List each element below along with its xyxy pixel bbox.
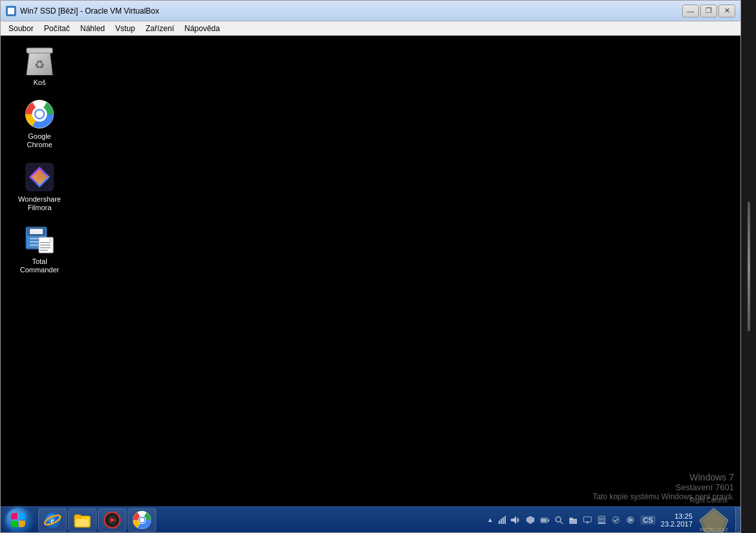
svg-marker-44	[526, 516, 534, 524]
svg-marker-43	[511, 516, 516, 524]
title-bar: Win7 SSD [Běží] - Oracle VM VirtualBox —…	[1, 1, 740, 21]
desktop-icon-recycle-bin[interactable]: ♻ Koš	[14, 42, 65, 89]
tray-icons	[497, 515, 520, 525]
svg-rect-52	[584, 517, 591, 522]
svg-rect-39	[499, 521, 500, 524]
desktop-icon-total-commander[interactable]: Total Commander	[14, 221, 65, 277]
right-panel-decoration	[748, 202, 750, 331]
desktop-icon-filmora[interactable]: Wondershare Filmora	[14, 159, 65, 215]
tray-expand-button[interactable]: ▲	[486, 515, 495, 525]
recycle-bin-label: Koš	[34, 78, 46, 87]
title-controls: — ❐ ✕	[682, 5, 735, 18]
svg-rect-41	[502, 517, 504, 524]
menu-pocitac[interactable]: Počítač	[39, 23, 75, 34]
tray-right-controls	[523, 515, 638, 525]
chrome-label-line2: Chrome	[27, 141, 52, 149]
chrome-taskbar-icon	[133, 511, 151, 529]
start-button[interactable]	[1, 507, 36, 533]
svg-rect-42	[504, 516, 506, 524]
language-indicator[interactable]: CS	[641, 515, 656, 525]
taskbar-item-wmp[interactable]	[98, 508, 126, 532]
windows-logo-icon	[11, 513, 25, 527]
explorer-icon	[73, 511, 91, 529]
tray-volume-icon[interactable]	[510, 515, 520, 525]
menu-zarizeni[interactable]: Zařízení	[140, 23, 179, 34]
svg-rect-47	[541, 519, 547, 522]
menu-nahled[interactable]: Náhled	[75, 23, 110, 34]
right-control-label: Right Control	[690, 497, 727, 504]
filmora-label-line2: Filmora	[28, 204, 52, 212]
svg-rect-51	[569, 517, 573, 520]
taskbar: e	[1, 506, 740, 532]
svg-line-49	[560, 521, 563, 524]
menu-napoveda[interactable]: Nápověda	[179, 23, 225, 34]
chrome-label-line1: Google	[28, 132, 51, 141]
tray-monitor-icon[interactable]	[582, 515, 593, 525]
close-button[interactable]: ✕	[718, 5, 735, 18]
svg-rect-57	[599, 517, 604, 521]
instaluj-area: INSTALUJ.CZ	[698, 507, 730, 533]
menu-vstup[interactable]: Vstup	[110, 23, 141, 34]
taskbar-item-explorer[interactable]	[68, 508, 97, 532]
system-tray: ▲	[480, 507, 735, 532]
aero-peek-button[interactable]	[735, 507, 740, 533]
tray-arrow-icon[interactable]	[625, 515, 635, 525]
svg-text:♻: ♻	[34, 58, 45, 71]
svg-rect-13	[30, 229, 43, 234]
svg-marker-61	[702, 511, 726, 529]
tray-shield-icon[interactable]	[525, 515, 536, 525]
tray-folder-icon[interactable]	[568, 515, 578, 525]
tray-pc-icon[interactable]	[597, 515, 607, 525]
tray-network-icon[interactable]	[497, 515, 508, 525]
tray-check-icon[interactable]	[611, 515, 621, 525]
svg-rect-29	[75, 515, 81, 519]
tc-label-line1: Total	[32, 257, 47, 266]
desktop-icons: ♻ Koš	[14, 42, 65, 277]
svg-point-48	[556, 517, 561, 522]
google-chrome-icon	[24, 99, 55, 130]
taskbar-pinned-items: e	[36, 508, 480, 532]
svg-point-6	[36, 110, 43, 118]
restore-button[interactable]: ❐	[700, 5, 717, 18]
start-orb	[6, 508, 30, 532]
tray-search-icon[interactable]	[554, 515, 564, 525]
taskbar-item-ie[interactable]: e	[38, 508, 67, 532]
svg-rect-30	[76, 519, 89, 527]
vbox-icon	[6, 6, 16, 16]
clock-date: 23.2.2017	[661, 520, 692, 528]
virtualbox-window: Win7 SSD [Běží] - Oracle VM VirtualBox —…	[0, 0, 741, 533]
desktop-background	[1, 36, 740, 506]
instaluj-text: INSTALUJ.CZ	[700, 527, 728, 532]
recycle-bin-icon: ♻	[24, 45, 55, 76]
svg-rect-46	[548, 519, 549, 521]
recycle-bin-svg: ♻	[25, 45, 54, 75]
svg-rect-56	[598, 523, 606, 524]
wmp-icon	[103, 511, 121, 529]
filmora-label-line1: Wondershare	[18, 195, 61, 204]
vm-content: ♻ Koš	[1, 36, 740, 532]
total-commander-icon	[24, 224, 55, 255]
clock[interactable]: 13:25 23.2.2017	[658, 512, 695, 528]
menu-bar: Soubor Počítač Náhled Vstup Zařízení Náp…	[1, 21, 740, 36]
tray-battery-icon[interactable]	[539, 515, 550, 525]
minimize-button[interactable]: —	[682, 5, 699, 18]
ie-icon: e	[43, 511, 62, 529]
title-text: Win7 SSD [Běží] - Oracle VM VirtualBox	[20, 6, 159, 16]
svg-rect-0	[27, 48, 53, 53]
taskbar-item-chrome[interactable]	[128, 508, 156, 532]
filmora-icon	[24, 161, 55, 193]
svg-point-38	[140, 517, 145, 522]
menu-soubor[interactable]: Soubor	[3, 23, 39, 34]
title-bar-left: Win7 SSD [Běží] - Oracle VM VirtualBox	[6, 6, 159, 16]
tc-label-line2: Commander	[20, 266, 60, 274]
svg-rect-40	[501, 519, 502, 524]
right-panel-strip	[741, 0, 756, 533]
clock-time: 13:25	[661, 512, 692, 520]
desktop-icon-google-chrome[interactable]: Google Chrome	[14, 96, 65, 152]
